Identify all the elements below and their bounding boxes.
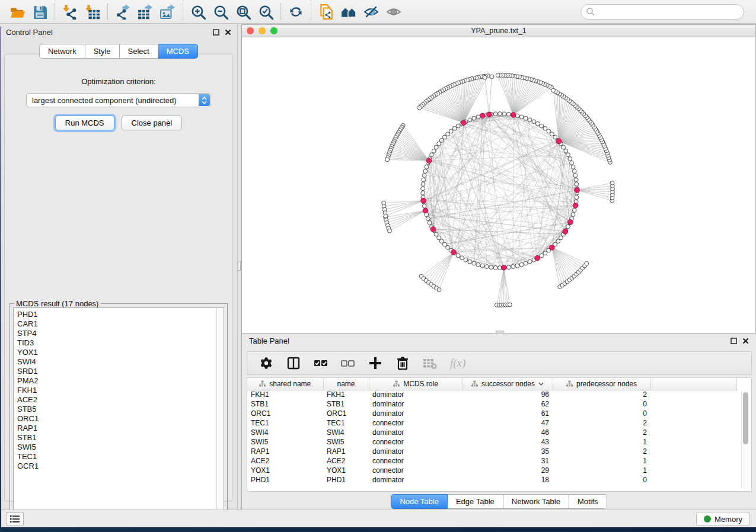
table-cell: SWI5 bbox=[323, 437, 369, 447]
hide-style-button[interactable] bbox=[360, 2, 382, 21]
table-row[interactable]: STB1STB1dominator620 bbox=[247, 399, 736, 409]
close-panel-button[interactable]: Close panel bbox=[122, 116, 183, 130]
mcds-result-list[interactable]: PHD1CAR1STP4TID3YOX1SWI4SRD1PMA2FKH1ACE2… bbox=[13, 307, 224, 519]
mcds-result-item[interactable]: SRD1 bbox=[17, 367, 224, 376]
status-bar: Memory bbox=[0, 509, 756, 527]
apply-layout-button[interactable] bbox=[285, 2, 307, 21]
vertical-splitter[interactable] bbox=[237, 24, 241, 509]
select-all-button[interactable] bbox=[314, 356, 328, 370]
import-table-button[interactable] bbox=[81, 2, 104, 21]
table-row[interactable]: SWI4SWI4dominator462 bbox=[247, 428, 736, 437]
delete-column-button[interactable] bbox=[395, 356, 410, 370]
tab-network[interactable]: Network bbox=[39, 44, 85, 59]
network-column-icon bbox=[393, 380, 400, 387]
tab-select[interactable]: Select bbox=[120, 44, 158, 59]
network-window-titlebar[interactable]: YPA_prune.txt_1 bbox=[242, 25, 755, 37]
close-panel-icon[interactable] bbox=[225, 29, 231, 36]
tab-node-table[interactable]: Node Table bbox=[391, 494, 448, 509]
close-table-panel-icon[interactable] bbox=[742, 338, 749, 344]
network-graph[interactable] bbox=[242, 37, 755, 333]
show-columns-button[interactable] bbox=[286, 356, 301, 370]
network-canvas[interactable] bbox=[242, 37, 755, 333]
run-mcds-button[interactable]: Run MCDS bbox=[55, 116, 114, 130]
float-table-panel-icon[interactable] bbox=[731, 338, 737, 344]
table-cell: 2 bbox=[553, 390, 650, 399]
memory-button[interactable]: Memory bbox=[696, 512, 750, 526]
mcds-result-item[interactable]: TEC1 bbox=[17, 452, 224, 462]
table-row[interactable]: SWI5SWI5connector431 bbox=[247, 437, 736, 447]
mcds-result-item[interactable]: STB5 bbox=[17, 405, 224, 414]
import-network-button[interactable] bbox=[59, 2, 81, 21]
mcds-list-scrollbar[interactable] bbox=[216, 307, 224, 519]
graph-nodes[interactable] bbox=[382, 73, 615, 307]
table-row[interactable]: ORC1ORC1dominator610 bbox=[247, 409, 736, 418]
mcds-result-item[interactable]: STP4 bbox=[17, 329, 224, 338]
zoom-in-button[interactable] bbox=[187, 2, 209, 21]
table-cell: dominator bbox=[369, 409, 462, 418]
table-row[interactable]: RAP1RAP1dominator352 bbox=[247, 447, 736, 456]
mcds-result-item[interactable]: SWI5 bbox=[17, 443, 224, 452]
zoom-selected-button[interactable] bbox=[254, 2, 277, 21]
mcds-result-item[interactable]: FKH1 bbox=[17, 386, 224, 395]
mcds-result-item[interactable]: SWI4 bbox=[17, 357, 224, 367]
tab-mcds[interactable]: MCDS bbox=[158, 44, 198, 59]
float-panel-icon[interactable] bbox=[213, 29, 219, 36]
deselect-all-button[interactable] bbox=[341, 356, 355, 370]
mcds-result-item[interactable]: STB1 bbox=[17, 433, 224, 443]
tab-network-table[interactable]: Network Table bbox=[503, 494, 569, 509]
mcds-result-item[interactable]: CAR1 bbox=[17, 319, 224, 329]
mcds-result-item[interactable]: PHD1 bbox=[17, 310, 224, 319]
network-manager-button[interactable] bbox=[337, 2, 360, 21]
open-file-button[interactable] bbox=[6, 2, 28, 21]
tab-style[interactable]: Style bbox=[85, 44, 120, 59]
column-header-name[interactable]: name bbox=[323, 378, 369, 390]
table-cell: FKH1 bbox=[247, 390, 323, 399]
column-label: MCDS role bbox=[403, 380, 438, 388]
sort-descending-icon bbox=[538, 382, 544, 386]
task-history-button[interactable] bbox=[6, 512, 24, 525]
table-cell: SWI4 bbox=[323, 428, 369, 437]
mcds-result-item[interactable]: ACE2 bbox=[17, 395, 224, 405]
mcds-result-item[interactable]: YOX1 bbox=[17, 348, 224, 357]
mcds-result-item[interactable]: RAP1 bbox=[17, 424, 224, 433]
toolbar-separator bbox=[107, 4, 108, 20]
mcds-result-item[interactable]: GCR1 bbox=[17, 462, 224, 471]
mcds-result-item[interactable]: ORC1 bbox=[17, 414, 224, 424]
zoom-fit-button[interactable] bbox=[232, 2, 254, 21]
export-image-button[interactable] bbox=[157, 2, 179, 21]
export-network-button[interactable] bbox=[111, 2, 134, 21]
main-toolbar bbox=[0, 0, 756, 24]
table-cell: ACE2 bbox=[247, 456, 323, 466]
column-header-shared-name[interactable]: shared name bbox=[247, 378, 323, 390]
horizontal-splitter-handle[interactable] bbox=[496, 331, 504, 334]
column-header-successor-nodes[interactable]: successor nodes bbox=[462, 378, 553, 390]
tab-edge-table[interactable]: Edge Table bbox=[448, 494, 503, 509]
show-graphics-details-button[interactable] bbox=[382, 2, 405, 21]
clone-network-button[interactable] bbox=[315, 2, 337, 21]
optimization-criterion-select[interactable]: largest connected component (undirected) bbox=[26, 93, 211, 107]
export-table-button[interactable] bbox=[134, 2, 157, 21]
table-row[interactable]: FKH1FKH1dominator962 bbox=[247, 390, 736, 399]
table-cell: SWI4 bbox=[247, 428, 323, 437]
table-cell: 0 bbox=[553, 409, 650, 418]
table-scrollbar-thumb[interactable] bbox=[743, 392, 748, 444]
table-row[interactable]: PHD1PHD1dominator180 bbox=[247, 475, 736, 485]
column-label: successor nodes bbox=[481, 380, 535, 388]
tab-motifs[interactable]: Motifs bbox=[569, 494, 607, 509]
search-input[interactable] bbox=[580, 4, 744, 20]
mcds-result-item[interactable]: PMA2 bbox=[17, 376, 224, 386]
table-row[interactable]: YOX1YOX1connector291 bbox=[247, 466, 736, 475]
table-cell: PHD1 bbox=[323, 475, 369, 485]
table-settings-button[interactable] bbox=[259, 356, 273, 370]
column-header-predecessor-nodes[interactable]: predecessor nodes bbox=[553, 378, 650, 390]
table-row[interactable]: ACE2ACE2connector311 bbox=[247, 456, 736, 466]
column-header-MCDS-role[interactable]: MCDS role bbox=[369, 378, 462, 390]
zoom-out-button[interactable] bbox=[209, 2, 232, 21]
table-row[interactable]: TEC1TEC1connector472 bbox=[247, 418, 736, 428]
table-cell bbox=[650, 418, 736, 428]
add-column-button[interactable] bbox=[368, 356, 382, 370]
save-session-button[interactable] bbox=[28, 2, 51, 21]
table-scrollbar[interactable] bbox=[741, 391, 749, 489]
splitter-handle[interactable] bbox=[238, 261, 241, 271]
mcds-result-item[interactable]: TID3 bbox=[17, 338, 224, 348]
